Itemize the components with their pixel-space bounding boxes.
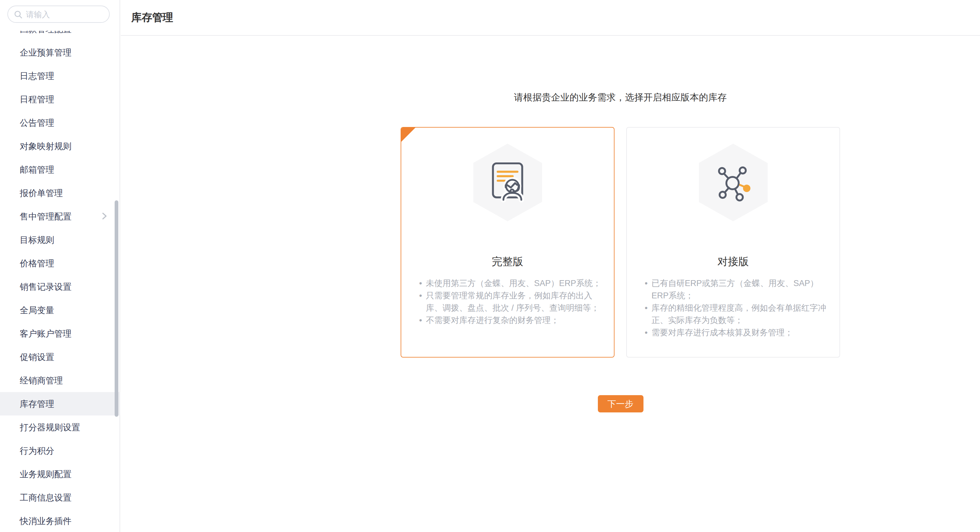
sidebar-item-price[interactable]: 价格管理 — [0, 252, 120, 275]
main-content: 库存管理 请根据贵企业的业务需求，选择开启相应版本的库存 — [121, 0, 980, 532]
sidebar-item-behavior-points[interactable]: 行为积分 — [0, 439, 120, 462]
sidebar-item-quotation[interactable]: 报价单管理 — [0, 181, 120, 205]
bullet: 不需要对库存进行复杂的财务管理； — [420, 314, 604, 327]
version-cards: 完整版 未使用第三方（金蝶、用友、SAP）ERP系统； 只需要管理常规的库存业务… — [401, 127, 840, 358]
sidebar-item-inventory[interactable]: 库存管理 — [0, 392, 120, 416]
selected-corner-ribbon — [401, 127, 415, 142]
sidebar-item-label: 售中管理配置 — [20, 212, 72, 221]
card-integration-version[interactable]: 对接版 已有自研ERP或第三方（金蝶、用友、SAP） ERP系统； 库存的精细化… — [626, 127, 840, 358]
sidebar: 回款管理配置 企业预算管理 日志管理 日程管理 公告管理 对象映射规则 邮箱管理… — [0, 0, 120, 532]
hexagon-badge — [698, 143, 768, 221]
sidebar-item-dealer[interactable]: 经销商管理 — [0, 369, 120, 392]
card-title: 对接版 — [627, 255, 840, 269]
bullet: 只需要管理常规的库存业务，例如库存的出入 库、调拨、盘点、批次 / 序列号、查询… — [420, 290, 604, 314]
sidebar-item-scorer-rules[interactable]: 打分器规则设置 — [0, 416, 120, 439]
sidebar-menu: 回款管理配置 企业预算管理 日志管理 日程管理 公告管理 对象映射规则 邮箱管理… — [0, 31, 120, 532]
card-bullets: 已有自研ERP或第三方（金蝶、用友、SAP） ERP系统； 库存的精细化管理程度… — [627, 277, 840, 339]
sidebar-item-sales-record[interactable]: 销售记录设置 — [0, 275, 120, 298]
search-input[interactable] — [26, 10, 103, 19]
app-window: 回款管理配置 企业预算管理 日志管理 日程管理 公告管理 对象映射规则 邮箱管理… — [0, 0, 980, 532]
page-header: 库存管理 — [121, 0, 980, 36]
document-support-icon — [488, 161, 527, 204]
bullet: 需要对库存进行成本核算及财务管理； — [645, 327, 830, 339]
sidebar-item-goal-rules[interactable]: 目标规则 — [0, 228, 120, 252]
card-title: 完整版 — [401, 255, 614, 269]
sidebar-item-business-info[interactable]: 工商信息设置 — [0, 486, 120, 509]
sidebar-search[interactable] — [7, 6, 110, 23]
sidebar-item-announcement[interactable]: 公告管理 — [0, 111, 120, 134]
sidebar-item-schedule[interactable]: 日程管理 — [0, 88, 120, 111]
sidebar-item-mailbox[interactable]: 邮箱管理 — [0, 158, 120, 181]
page-title: 库存管理 — [131, 11, 173, 25]
sidebar-item-business-rules[interactable]: 业务规则配置 — [0, 462, 120, 486]
bullet: 未使用第三方（金蝶、用友、SAP）ERP系统； — [420, 277, 604, 290]
inventory-setup-panel: 请根据贵企业的业务需求，选择开启相应版本的库存 — [401, 91, 840, 413]
sidebar-item-in-sale-config[interactable]: 售中管理配置 — [0, 205, 120, 228]
sidebar-item-promotion[interactable]: 促销设置 — [0, 345, 120, 369]
bullet: 已有自研ERP或第三方（金蝶、用友、SAP） ERP系统； — [645, 277, 830, 302]
chevron-right-icon — [102, 213, 107, 220]
sidebar-item-object-mapping[interactable]: 对象映射规则 — [0, 134, 120, 158]
hexagon-badge — [473, 143, 542, 221]
instruction-text: 请根据贵企业的业务需求，选择开启相应版本的库存 — [401, 91, 840, 104]
sidebar-item-global-variables[interactable]: 全局变量 — [0, 298, 120, 322]
sidebar-item-fmcg-plugin[interactable]: 快消业务插件 — [0, 509, 120, 532]
bullet: 库存的精细化管理程度高，例如会有单据红字冲 正、实际库存为负数等； — [645, 302, 830, 327]
sidebar-item-enterprise-budget[interactable]: 企业预算管理 — [0, 41, 120, 64]
card-full-version[interactable]: 完整版 未使用第三方（金蝶、用友、SAP）ERP系统； 只需要管理常规的库存业务… — [401, 127, 614, 358]
card-bullets: 未使用第三方（金蝶、用友、SAP）ERP系统； 只需要管理常规的库存业务，例如库… — [401, 277, 614, 327]
sidebar-item-payment-config[interactable]: 回款管理配置 — [0, 31, 120, 41]
search-icon — [14, 10, 22, 18]
next-step-button[interactable]: 下一步 — [598, 395, 643, 413]
network-hub-icon — [714, 163, 752, 202]
sidebar-scrollbar-thumb[interactable] — [115, 200, 118, 417]
sidebar-item-customer-account[interactable]: 客户账户管理 — [0, 322, 120, 345]
sidebar-item-log[interactable]: 日志管理 — [0, 64, 120, 88]
